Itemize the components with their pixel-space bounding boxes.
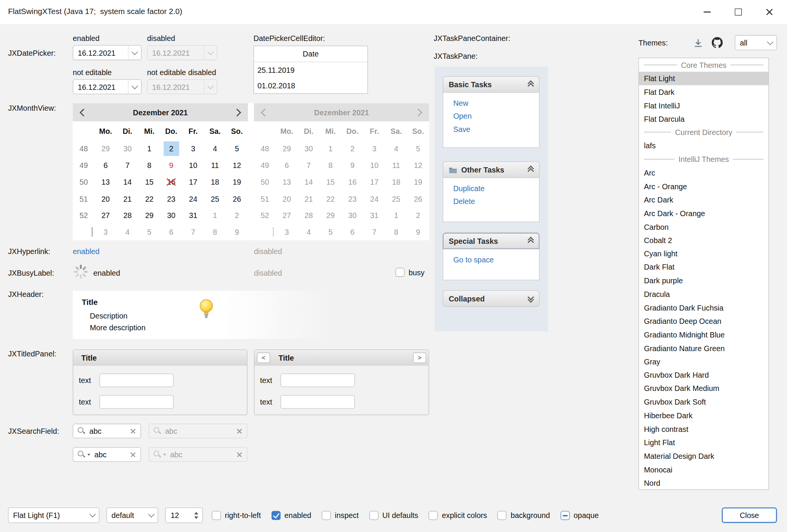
close-dialog-button[interactable]: Close — [722, 507, 777, 523]
theme-list-item[interactable]: lafs — [639, 139, 768, 153]
theme-list-item[interactable]: Material Design Dark — [639, 449, 768, 463]
next-month-button[interactable] — [233, 108, 241, 116]
day-cell[interactable]: 27 — [94, 207, 116, 224]
style-combo[interactable]: default — [106, 507, 158, 523]
datepicker-not-editable[interactable]: 16.12.2021 — [73, 79, 142, 94]
task-link-new[interactable]: New — [453, 99, 529, 107]
day-cell[interactable]: 8 — [139, 157, 161, 174]
hyperlink-enabled[interactable]: enabled — [73, 247, 100, 256]
day-cell[interactable]: 22 — [139, 190, 161, 207]
day-cell[interactable]: 23 — [160, 190, 182, 207]
table-row[interactable]: 01.02.2018 — [254, 78, 367, 93]
day-cell[interactable]: 7 — [116, 157, 139, 174]
download-themes-button[interactable] — [692, 37, 705, 50]
day-cell[interactable]: 8 — [204, 224, 226, 240]
theme-list-item[interactable]: Carbon — [639, 220, 768, 234]
theme-list-item[interactable]: Gruvbox Dark Medium — [639, 382, 768, 395]
day-cell[interactable]: 4 — [204, 140, 226, 157]
checkbox-box[interactable] — [429, 511, 438, 520]
task-link-save[interactable]: Save — [453, 125, 529, 133]
day-cell[interactable]: 20 — [94, 190, 116, 207]
laf-combo[interactable]: Flat Light (F1) — [8, 507, 99, 523]
text-field[interactable] — [99, 373, 174, 387]
day-cell[interactable]: 3 — [182, 140, 204, 157]
theme-list-item[interactable]: Gruvbox Dark Hard — [639, 368, 768, 382]
day-cell[interactable]: 16 — [160, 174, 182, 190]
day-cell[interactable]: 6 — [160, 224, 182, 240]
checkbox-box[interactable] — [395, 268, 405, 277]
clear-search-button[interactable] — [131, 452, 136, 457]
search-field-with-menu[interactable]: abc — [73, 447, 141, 462]
day-cell[interactable]: 1 — [204, 207, 226, 224]
day-cell[interactable]: 15 — [139, 174, 161, 190]
day-cell[interactable]: 29 — [94, 140, 116, 157]
theme-list-item[interactable]: Flat IntelliJ — [639, 99, 768, 112]
day-cell[interactable]: 17 — [182, 174, 204, 190]
day-cell[interactable]: 25 — [204, 190, 226, 207]
taskpane-header[interactable]: Basic Tasks — [443, 76, 540, 93]
search-field[interactable]: abc — [73, 424, 141, 438]
day-cell[interactable]: 7 — [182, 224, 204, 240]
day-cell[interactable]: 13 — [94, 174, 116, 190]
theme-list-item[interactable]: Gradianto Dark Fuchsia — [639, 301, 768, 314]
theme-list-item[interactable]: Cyan light — [639, 247, 768, 261]
theme-list-item[interactable]: Cobalt 2 — [639, 234, 768, 247]
busy-checkbox[interactable]: busy — [395, 268, 424, 277]
theme-list-item[interactable]: Dark Flat — [639, 261, 768, 274]
day-cell[interactable]: 30 — [116, 140, 139, 157]
datepicker-dropdown-button[interactable] — [128, 80, 141, 94]
theme-list-item[interactable]: Gradianto Deep Ocean — [639, 314, 768, 328]
day-cell[interactable]: 19 — [226, 174, 248, 190]
theme-list-item[interactable]: Arc Dark - Orange — [639, 207, 768, 220]
checkbox-box[interactable] — [497, 511, 507, 520]
day-cell[interactable]: 5 — [139, 224, 161, 240]
theme-list-item[interactable]: Arc - Orange — [639, 179, 768, 193]
option-checkbox[interactable]: UI defaults — [369, 511, 418, 520]
day-cell[interactable]: 48 — [73, 140, 95, 157]
day-cell[interactable]: 5 — [226, 140, 248, 157]
datepicker-value[interactable]: 16.12.2021 — [73, 49, 128, 57]
font-size-spinner[interactable]: 12 — [165, 507, 203, 523]
combo-dropdown-button[interactable] — [145, 508, 157, 523]
spinner-up-button[interactable] — [194, 512, 198, 514]
checkbox-box[interactable] — [212, 511, 221, 520]
theme-list-item[interactable]: Current Directory — [639, 126, 768, 139]
day-cell[interactable]: 9 — [160, 157, 182, 174]
datepicker-enabled[interactable]: 16.12.2021 — [73, 45, 142, 60]
taskpane-header[interactable]: Collapsed — [443, 290, 540, 307]
theme-list-item[interactable]: Gruvbox Dark Soft — [639, 395, 768, 409]
day-cell[interactable]: 21 — [116, 190, 139, 207]
checkbox-box[interactable] — [271, 511, 280, 520]
day-cell[interactable]: 52 — [73, 207, 95, 224]
task-link-duplicate[interactable]: Duplicate — [453, 184, 529, 192]
day-cell[interactable]: 26 — [226, 190, 248, 207]
previous-button[interactable]: < — [257, 352, 270, 363]
task-link-go-to-space[interactable]: Go to space — [453, 255, 529, 264]
day-cell[interactable]: 29 — [139, 207, 161, 224]
day-cell[interactable] — [73, 224, 95, 240]
search-input[interactable]: abc — [94, 450, 127, 458]
next-button[interactable]: > — [413, 352, 426, 363]
checkbox-box[interactable] — [560, 511, 570, 520]
text-field[interactable] — [99, 395, 174, 409]
day-cell[interactable]: 11 — [204, 157, 226, 174]
day-cell[interactable]: 1 — [139, 140, 161, 157]
text-field[interactable] — [280, 373, 355, 387]
day-cell[interactable]: 2 — [226, 207, 248, 224]
option-checkbox[interactable]: right-to-left — [212, 511, 261, 520]
theme-list-item[interactable]: Nord — [639, 476, 768, 490]
maximize-button[interactable] — [723, 0, 754, 24]
theme-list-item[interactable]: Flat Darcula — [639, 112, 768, 126]
theme-list-item[interactable]: Hiberbee Dark — [639, 409, 768, 422]
task-link-delete[interactable]: Delete — [453, 197, 529, 206]
close-button[interactable] — [754, 0, 785, 24]
spinner-down-button[interactable] — [194, 516, 198, 519]
theme-list-item[interactable]: Flat Light — [639, 72, 768, 85]
theme-list-item[interactable]: Gradianto Midnight Blue — [639, 328, 768, 342]
search-menu-icon[interactable] — [78, 451, 85, 458]
task-link-open[interactable]: Open — [453, 112, 529, 120]
theme-list-item[interactable]: Gradianto Nature Green — [639, 341, 768, 355]
day-cell[interactable]: 24 — [182, 190, 204, 207]
theme-list-item[interactable]: Flat Dark — [639, 85, 768, 99]
day-cell[interactable]: 14 — [116, 174, 139, 190]
